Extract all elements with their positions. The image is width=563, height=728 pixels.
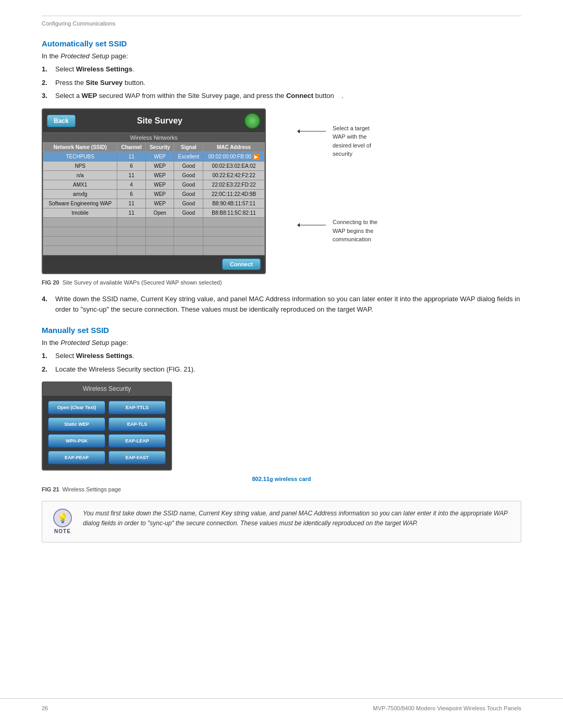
ws-btn-eap-tls[interactable]: EAP-TLS — [108, 417, 166, 431]
note-label: NOTE — [54, 528, 71, 534]
ss-header-row: Back Site Survey — [43, 109, 265, 132]
ss-table-row[interactable]: TECHPUBS11WEPExcellent00:02:00:00:FB:00 … — [43, 152, 265, 161]
ws-btn-wpa-psk[interactable]: WPA-PSK — [48, 434, 105, 448]
step-4-text: Write down the SSID name, Current Key st… — [55, 294, 521, 316]
ss-cell-ssid: tmobile — [43, 208, 117, 217]
step-4: 4. Write down the SSID name, Current Key… — [42, 294, 521, 316]
ss-title: Site Survey — [76, 116, 244, 126]
ss-table-row[interactable]: n/a11WEPGood00:22:E2:42:F2:22 — [43, 170, 265, 180]
note-box: 💡 NOTE You must first take down the SSID… — [42, 501, 521, 542]
note-bulb-icon: 💡 — [57, 512, 68, 524]
ss-table-row[interactable]: NPS6WEPGood00:02:E3:02:EA:02 — [43, 161, 265, 170]
ss-table-empty-row — [43, 227, 265, 236]
ss-cell-channel: 11 — [117, 199, 146, 208]
auto-ssid-steps: 1. Select Wireless Settings. 2. Press th… — [42, 64, 521, 101]
site-survey-area: Back Site Survey Wireless Networks Netwo… — [42, 108, 521, 274]
svg-marker-3 — [297, 223, 300, 227]
ws-buttons-grid: Open (Clear Text)EAP-TTLSStatic WEPEAP-T… — [43, 396, 171, 470]
col-signal: Signal — [174, 142, 203, 152]
step-1-num: 1. — [42, 64, 51, 75]
ws-btn-open-(clear-text)[interactable]: Open (Clear Text) — [48, 401, 105, 414]
col-mac: MAC Address — [203, 142, 265, 152]
ss-cell-ssid: AMX1 — [43, 180, 117, 189]
ss-cell-channel: 11 — [117, 170, 146, 180]
auto-ssid-intro: In the Protected Setup page: — [42, 52, 521, 60]
svg-marker-1 — [297, 129, 300, 133]
ss-cell-security: WEP — [145, 161, 174, 170]
callouts-panel: Select a target WAP with the desired lev… — [276, 108, 377, 254]
ss-cell-security: WEP — [145, 199, 174, 208]
wireless-security-screenshot: Wireless Security Open (Clear Text)EAP-T… — [42, 381, 172, 471]
ss-cell-mac: 00:22:E2:42:F2:22 — [203, 170, 265, 180]
ss-cell-ssid: NPS — [43, 161, 117, 170]
manual-ssid-intro: In the Protected Setup page: — [42, 339, 521, 347]
manual-step-1: 1. Select Wireless Settings. — [42, 351, 521, 361]
auto-ssid-title: Automatically set SSID — [42, 39, 521, 48]
ss-table-empty-row — [43, 245, 265, 255]
step-3: 3. Select a WEP secured WAP from within … — [42, 91, 521, 101]
col-security: Security — [145, 142, 174, 152]
note-icon-area: 💡 NOTE — [50, 509, 76, 535]
ss-cell-signal: Good — [174, 199, 203, 208]
page-footer: 26 MVP-7500/8400 Modero Viewpoint Wirele… — [0, 698, 563, 718]
ss-table-row[interactable]: AMX14WEPGood22:02:E3:22:FD:22 — [43, 180, 265, 189]
manual-ssid-steps: 1. Select Wireless Settings. 2. Locate t… — [42, 351, 521, 374]
ws-btn-eap-peap[interactable]: EAP-PEAP — [48, 451, 105, 464]
step-2: 2. Press the Site Survey button. — [42, 78, 521, 88]
ss-cell-ssid: TECHPUBS — [43, 152, 117, 161]
ws-btn-static-wep[interactable]: Static WEP — [48, 417, 105, 431]
callout-bottom-arrow — [297, 220, 328, 230]
ss-table-row[interactable]: amxfg6WEPGood22:0C:11:22:4D:9B — [43, 189, 265, 199]
step-2-num: 2. — [42, 78, 51, 88]
step-3-text: Select a WEP secured WAP from within the… — [55, 91, 344, 101]
ss-cell-channel: 6 — [117, 189, 146, 199]
ss-wifi-icon — [244, 113, 261, 129]
ss-cell-channel: 6 — [117, 161, 146, 170]
ws-btn-eap-fast[interactable]: EAP-FAST — [108, 451, 166, 464]
ss-cell-signal: Good — [174, 170, 203, 180]
ss-cell-security: WEP — [145, 152, 174, 161]
ss-table-row[interactable]: Software Engineering WAP11WEPGoodB8:90:4… — [43, 199, 265, 208]
step-3-num: 3. — [42, 91, 51, 101]
note-text: You must first take down the SSID name, … — [83, 509, 513, 535]
col-channel: Channel — [117, 142, 146, 152]
callout-top: Select a target WAP with the desired lev… — [297, 124, 377, 158]
ss-cell-ssid: amxfg — [43, 189, 117, 199]
step-1-text: Select Wireless Settings. — [55, 64, 134, 75]
ss-networks-label: Wireless Networks — [43, 132, 265, 142]
footer-product-name: MVP-7500/8400 Modero Viewpoint Wireless … — [373, 705, 521, 711]
ws-btn-eap-ttls[interactable]: EAP-TTLS — [108, 401, 166, 414]
ss-cell-mac: B8:B8:11:5C:82:11 — [203, 208, 265, 217]
ss-cell-mac: 00:02:00:00:FB:00 ▶ — [203, 152, 265, 161]
ss-networks-table: Network Name (SSID) Channel Security Sig… — [43, 142, 265, 255]
manual-step-2-text: Locate the Wireless Security section (FI… — [55, 364, 195, 375]
ss-footer: Connect — [43, 255, 265, 273]
ss-cell-security: Open — [145, 208, 174, 217]
step-1: 1. Select Wireless Settings. — [42, 64, 521, 75]
col-ssid: Network Name (SSID) — [43, 142, 117, 152]
ss-cell-signal: Good — [174, 208, 203, 217]
ss-cell-mac: 22:0C:11:22:4D:9B — [203, 189, 265, 199]
ss-cell-signal: Good — [174, 189, 203, 199]
fig20-caption: FIG 20 Site Survey of available WAPs (Se… — [42, 279, 521, 286]
ss-cell-security: WEP — [145, 170, 174, 180]
ss-connect-button[interactable]: Connect — [222, 258, 261, 270]
ss-table-empty-row — [43, 217, 265, 227]
note-icon-circle: 💡 — [53, 509, 72, 527]
ws-btn-eap-leap[interactable]: EAP-LEAP — [108, 434, 166, 448]
ss-cell-channel: 11 — [117, 208, 146, 217]
ss-cell-mac: 22:02:E3:22:FD:22 — [203, 180, 265, 189]
ss-table-row[interactable]: tmobile11OpenGoodB8:B8:11:5C:82:11 — [43, 208, 265, 217]
callout-top-arrow — [297, 126, 328, 137]
wireless-card-label: 802.11g wireless card — [42, 476, 521, 482]
ss-cell-ssid: n/a — [43, 170, 117, 180]
callout-top-text: Select a target WAP with the desired lev… — [333, 124, 371, 158]
ss-cell-signal: Good — [174, 161, 203, 170]
ss-back-button[interactable]: Back — [47, 115, 76, 127]
ss-table-empty-row — [43, 236, 265, 245]
step-4-num: 4. — [42, 294, 51, 316]
manual-ssid-title: Manually set SSID — [42, 326, 521, 335]
manual-step-2-num: 2. — [42, 364, 51, 375]
ss-cell-ssid: Software Engineering WAP — [43, 199, 117, 208]
manual-step-1-num: 1. — [42, 351, 51, 361]
